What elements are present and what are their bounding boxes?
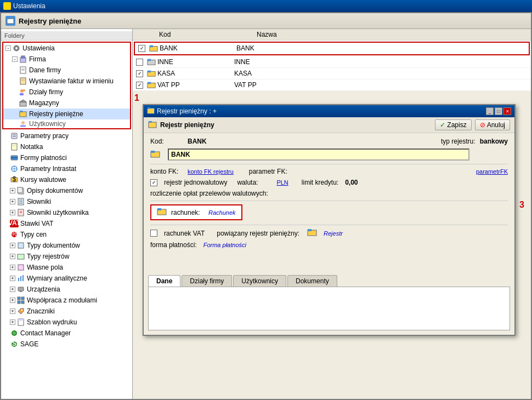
- sidebar-item-wystawianie[interactable]: Wystawianie faktur w imieniu: [3, 76, 130, 87]
- sidebar-item-parametry-pracy[interactable]: Parametry pracy: [1, 130, 132, 141]
- sidebar-item-opisy[interactable]: + Opisy dokumentów: [1, 185, 132, 196]
- svg-rect-1: [7, 18, 10, 19]
- sidebar-item-urzadzenia[interactable]: + Urządzenia: [1, 284, 132, 295]
- table-row-inne[interactable]: INNE INNE: [133, 56, 531, 68]
- konto-fk-value[interactable]: konto FK rejestru: [188, 168, 234, 175]
- expand-wymiary[interactable]: +: [10, 276, 15, 281]
- expand-slowniki-u[interactable]: +: [10, 210, 15, 215]
- dialog-title-buttons: _ □ ✕: [486, 107, 511, 115]
- kasa-name: KASA: [234, 70, 528, 77]
- expand-ustawienia[interactable]: -: [5, 45, 11, 51]
- sidebar-label-formy-platnosci: Formy płatności: [20, 154, 67, 162]
- expand-firma[interactable]: -: [12, 56, 18, 62]
- checkbox-vatpp[interactable]: [136, 82, 143, 89]
- title-bar: Ustawienia: [0, 0, 532, 12]
- tab-dzialy-firmy[interactable]: Działy firmy: [182, 275, 232, 287]
- sidebar-item-notatka[interactable]: Notatka: [1, 141, 132, 152]
- spacer: [133, 91, 531, 96]
- checkbox-inne-cell[interactable]: [136, 59, 147, 66]
- table-row-kasa[interactable]: KASA KASA: [133, 68, 531, 79]
- expand-szablon[interactable]: +: [10, 319, 15, 325]
- svg-rect-19: [20, 125, 26, 127]
- sidebar-item-sage[interactable]: S SAGE: [1, 339, 132, 350]
- vatpp-icon: [147, 81, 156, 89]
- sidebar-item-wspolpraca[interactable]: + Współpraca z modułami: [1, 295, 132, 306]
- inne-code: INNE: [157, 58, 234, 66]
- sidebar-item-dzialy[interactable]: Działy firmy: [3, 87, 130, 98]
- sidebar-item-contact-manager[interactable]: Contact Manager: [1, 328, 132, 339]
- sidebar-item-slowniki-uzytkownika[interactable]: + Słowniki użytkownika: [1, 207, 132, 218]
- title-bar-text: Ustawienia: [13, 2, 46, 10]
- sidebar-item-intrastat[interactable]: Parametry Intrastat: [1, 163, 132, 174]
- maximize-button[interactable]: □: [495, 107, 502, 115]
- checkbox-kasa-cell[interactable]: [136, 70, 147, 77]
- sidebar-item-magazyny[interactable]: Magazyny: [3, 98, 130, 108]
- sidebar-item-znaczniki[interactable]: + Znaczniki: [1, 306, 132, 317]
- sidebar-item-ustawienia[interactable]: - Ustawienia: [3, 43, 130, 54]
- sidebar-item-typy-cen[interactable]: % Typy cen: [1, 229, 132, 240]
- minimize-button[interactable]: _: [486, 107, 494, 115]
- inne-icon: [147, 58, 156, 66]
- expand-slowniki[interactable]: +: [10, 199, 15, 204]
- sidebar-item-slowniki[interactable]: + Słowniki: [1, 196, 132, 207]
- col-header-kod: Kod: [147, 31, 257, 38]
- table-row-bank[interactable]: BANK BANK: [135, 43, 529, 54]
- docs-icon: [16, 186, 25, 195]
- expand-urzadzenia[interactable]: +: [10, 287, 15, 292]
- vatpp-name: VAT PP: [234, 81, 528, 89]
- checkbox-kasa[interactable]: [136, 70, 143, 77]
- save-button[interactable]: ✓ Zapisz: [435, 119, 471, 130]
- expand-wlasne[interactable]: +: [10, 265, 15, 270]
- bank-name-input[interactable]: [168, 148, 469, 161]
- price-icon: %: [10, 230, 19, 239]
- expand-opisy[interactable]: +: [10, 188, 15, 193]
- expand-typy-rej[interactable]: +: [10, 254, 15, 259]
- waluta-value[interactable]: PLN: [276, 179, 288, 186]
- svg-point-3: [15, 47, 18, 49]
- sidebar-item-typy-dokumentow[interactable]: + Typy dokumentów: [1, 240, 132, 251]
- sidebar-item-typy-rejestrow[interactable]: + Typy rejestrów: [1, 251, 132, 262]
- table-row-vatpp[interactable]: VAT PP VAT PP: [133, 79, 531, 91]
- sidebar-item-uzytkownicy[interactable]: Użytkownicy: [3, 119, 130, 128]
- checkbox-bank[interactable]: [138, 45, 145, 52]
- rachunek-row[interactable]: rachunek: Rachunek: [150, 204, 242, 220]
- sidebar-label-urzadzenia: Urządzenia: [27, 285, 60, 293]
- checkbox-inne[interactable]: [136, 59, 143, 66]
- tab-dane[interactable]: Dane: [148, 275, 180, 287]
- sidebar-item-dane-firmy[interactable]: Dane firmy: [3, 65, 130, 76]
- svg-text:VAT: VAT: [10, 220, 19, 227]
- bank-name: BANK: [236, 44, 525, 52]
- parametr-fk-value[interactable]: parametrFK: [476, 168, 508, 175]
- tab-dokumenty[interactable]: Dokumenty: [287, 275, 337, 287]
- checkbox-vatpp-cell[interactable]: [136, 82, 147, 89]
- sidebar-label-typy-rejestrow: Typy rejestrów: [27, 253, 69, 260]
- sidebar-label-opisy: Opisy dokumentów: [27, 187, 83, 195]
- checkbox-bank-cell[interactable]: [138, 45, 149, 52]
- close-button[interactable]: ✕: [503, 107, 511, 115]
- expand-znaczniki[interactable]: +: [10, 308, 15, 314]
- custom-icon: [16, 263, 25, 272]
- separator-1: [150, 164, 508, 164]
- sidebar-item-szablon[interactable]: + Szablon wydruku: [1, 317, 132, 328]
- sidebar-item-wymiary[interactable]: + Wymiary analityczne: [1, 273, 132, 284]
- sidebar-item-firma[interactable]: - Firma: [3, 54, 130, 65]
- bank-code: BANK: [160, 44, 236, 52]
- tab-uzytkownicy[interactable]: Użytkownicy: [233, 275, 286, 287]
- params-icon: [10, 132, 19, 140]
- dict-icon: [16, 197, 25, 206]
- cancel-label: Anuluj: [487, 121, 505, 129]
- sidebar-label-intrastat: Parametry Intrastat: [20, 165, 76, 173]
- sidebar-item-rejestry[interactable]: Rejestry pieniężne: [3, 108, 130, 119]
- expand-wspolpraca[interactable]: +: [10, 298, 15, 303]
- cancel-button[interactable]: ⊘ Anuluj: [475, 119, 510, 130]
- window-header-icon: [5, 16, 15, 26]
- expand-typy-dok[interactable]: +: [10, 243, 15, 248]
- checkbox-rachunek-vat[interactable]: [150, 230, 157, 237]
- sidebar-item-wlasne-pola[interactable]: + Własne pola: [1, 262, 132, 273]
- annotation-3: 3: [519, 200, 524, 210]
- sidebar-label-contact-manager: Contact Manager: [20, 329, 71, 337]
- sidebar-item-stawki-vat[interactable]: VAT Stawki VAT: [1, 218, 132, 229]
- checkbox-jednowalutowy[interactable]: [150, 179, 157, 186]
- sidebar-item-kursy[interactable]: $ Kursy walutowe: [1, 174, 132, 185]
- sidebar-item-formy-platnosci[interactable]: Formy płatności: [1, 152, 132, 163]
